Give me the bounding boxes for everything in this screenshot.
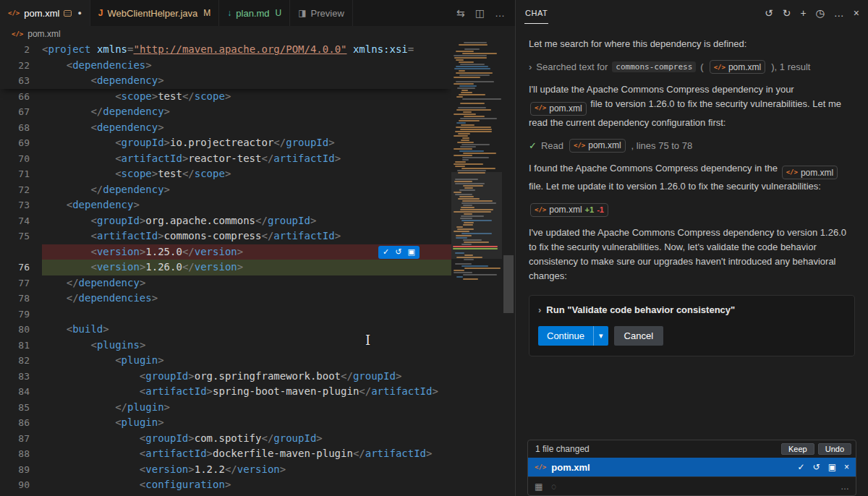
read-tool-row[interactable]: ✓ Read </> pom.xml , lines 75 to 78	[529, 139, 855, 153]
accept-change-icon[interactable]: ✓	[380, 244, 392, 260]
line-number: 71	[0, 166, 42, 182]
tab-plan-md[interactable]: ↓ plan.md U	[219, 0, 290, 26]
java-file-icon: J	[98, 8, 103, 18]
code-line[interactable]: 69 <groupId>io.projectreactor</groupId>	[0, 135, 451, 151]
minimap[interactable]	[451, 42, 502, 496]
code-line[interactable]: 66 <scope>test</scope>	[0, 89, 451, 105]
keep-file-icon[interactable]: ✓	[798, 462, 805, 472]
new-chat-icon[interactable]: +	[800, 7, 806, 19]
code-line[interactable]: 67 </dependency>	[0, 104, 451, 120]
mic-icon[interactable]: ◌	[551, 482, 556, 492]
line-number: 80	[0, 322, 42, 338]
code-line[interactable]: 70 <artifactId>reactor-test</artifactId>	[0, 151, 451, 167]
close-icon[interactable]: ×	[854, 7, 859, 19]
more-icon[interactable]: …	[834, 7, 844, 19]
code-line[interactable]: 82 <plugin>	[0, 353, 451, 369]
code-line[interactable]: 71 <scope>test</scope>	[0, 166, 451, 182]
undo-button[interactable]: Undo	[818, 443, 851, 455]
code-line[interactable]: 68 <dependency>	[0, 120, 451, 136]
tab-webclienthelper[interactable]: J WebClientHelper.java M	[90, 0, 219, 26]
xml-file-icon: </>	[535, 206, 546, 213]
code-line[interactable]: 87 <groupId>com.spotify</groupId>	[0, 431, 451, 447]
code-line[interactable]: 74 <groupId>org.apache.commons</groupId>	[0, 213, 451, 229]
chat-message: I'll update the Apache Commons Compress …	[529, 82, 855, 130]
undo-icon[interactable]: ↺	[765, 7, 773, 19]
code-line[interactable]: 83 <groupId>org.springframework.boot</gr…	[0, 369, 451, 385]
redo-icon[interactable]: ↻	[783, 7, 791, 19]
file-chip-pom[interactable]: </> pom.xml	[710, 60, 766, 74]
diff-file-icon[interactable]: ▣	[404, 244, 417, 260]
more-actions-icon[interactable]: …	[495, 7, 505, 19]
line-number: 75	[0, 228, 42, 244]
chat-footer: 1 file changed Keep Undo </> pom.xml ✓ ↺…	[516, 434, 868, 496]
code-editor[interactable]: 2<project xmlns="http://maven.apache.org…	[0, 42, 451, 496]
breadcrumb[interactable]: </> pom.xml	[0, 26, 515, 42]
dismiss-icon[interactable]: ×	[844, 462, 849, 472]
code-line[interactable]: <version>1.25.0</version>✓↺▣	[0, 244, 451, 260]
code-line[interactable]: 78 </dependencies>	[0, 291, 451, 307]
add-context-icon[interactable]: ▦	[535, 482, 542, 492]
search-tool-row[interactable]: › Searched text for commons-compress ( <…	[529, 60, 855, 74]
cancel-button[interactable]: Cancel	[614, 326, 663, 346]
line-number: 68	[0, 120, 42, 136]
chat-input-toolbar[interactable]: ▦ ◌ …	[528, 476, 856, 495]
compare-changes-icon[interactable]: ⇆	[456, 7, 465, 19]
confirmation-title[interactable]: › Run "Validate code behavior consistenc…	[538, 304, 846, 315]
file-chip-pom[interactable]: </> pom.xml	[782, 166, 838, 179]
line-number: 69	[0, 135, 42, 151]
chat-message: I found the Apache Commons Compress depe…	[529, 161, 855, 194]
code-line[interactable]: 80 <build>	[0, 322, 451, 338]
sticky-scroll: 2<project xmlns="http://maven.apache.org…	[0, 42, 451, 89]
keep-button[interactable]: Keep	[781, 443, 814, 455]
tab-label: pom.xml	[24, 8, 59, 19]
open-diff-icon[interactable]: ▣	[828, 462, 836, 472]
code-line[interactable]: 88 <artifactId>dockerfile-maven-plugin</…	[0, 446, 451, 462]
code-line[interactable]: 81 <plugins>	[0, 338, 451, 354]
code-line[interactable]: 72 </dependency>	[0, 182, 451, 198]
edited-file-chip[interactable]: </> pom.xml +1 -1	[530, 203, 608, 217]
changed-file-name: pom.xml	[551, 462, 590, 473]
scrollbar-thumb[interactable]	[503, 255, 514, 313]
chevron-right-icon: ›	[529, 61, 532, 72]
discard-change-icon[interactable]: ↺	[392, 244, 404, 260]
code-line[interactable]: 89 <version>1.2.2</version>	[0, 462, 451, 478]
discard-file-icon[interactable]: ↺	[813, 462, 820, 472]
tab-preview[interactable]: ◨ Preview	[290, 0, 353, 26]
code-line[interactable]: 73 <dependency>	[0, 197, 451, 213]
confirmation-actions: Continue ▾ Cancel	[538, 326, 846, 346]
code-line[interactable]: 22 <dependencies>	[0, 58, 451, 74]
code-line[interactable]: 77 </dependency>	[0, 275, 451, 291]
editor-scrollbar[interactable]	[502, 42, 515, 496]
code-line[interactable]: 75 <artifactId>commons-compress</artifac…	[0, 228, 451, 244]
split-editor-icon[interactable]: ◫	[475, 7, 485, 19]
unsaved-changes-dot[interactable]: ●	[77, 9, 81, 17]
changed-file-row[interactable]: </> pom.xml ✓ ↺ ▣ ×	[528, 458, 856, 476]
history-icon[interactable]: ◷	[816, 7, 825, 19]
chevron-right-icon: ›	[538, 304, 541, 315]
code-line[interactable]: 63 <dependency>	[0, 73, 451, 89]
more-icon[interactable]: …	[841, 482, 849, 492]
code-line[interactable]: 76 <version>1.26.0</version>	[0, 260, 451, 275]
file-chip-pom[interactable]: </> pom.xml	[530, 102, 587, 116]
code-line[interactable]: 79	[0, 307, 451, 322]
files-changed-bar: 1 file changed Keep Undo	[528, 440, 856, 458]
chat-header: CHAT ↺ ↻ + ◷ … ×	[516, 0, 868, 25]
code-line[interactable]: 84 <artifactId>spring-boot-maven-plugin<…	[0, 384, 451, 400]
search-query: commons-compress	[612, 61, 696, 72]
file-chip-pom[interactable]: </> pom.xml	[569, 139, 626, 153]
line-number: 84	[0, 384, 42, 400]
tab-pom-xml[interactable]: </> pom.xml ●	[0, 0, 90, 26]
code-line[interactable]: 86 <plugin>	[0, 415, 451, 431]
code-line[interactable]: 90 <configuration>	[0, 477, 451, 493]
inline-diff-toolbar[interactable]: ✓↺▣	[378, 246, 420, 259]
check-icon: ✓	[529, 140, 537, 151]
tab-label: WebClientHelper.java	[108, 8, 198, 19]
continue-button[interactable]: Continue ▾	[538, 326, 608, 346]
line-number: 82	[0, 353, 42, 369]
chat-panel-tab[interactable]: CHAT	[524, 2, 548, 24]
code-line[interactable]: 85 </plugin>	[0, 400, 451, 416]
chevron-down-icon[interactable]: ▾	[594, 331, 608, 341]
code-line[interactable]: 2<project xmlns="http://maven.apache.org…	[0, 42, 451, 58]
line-number: 73	[0, 197, 42, 213]
minimap-slider[interactable]	[451, 172, 502, 259]
